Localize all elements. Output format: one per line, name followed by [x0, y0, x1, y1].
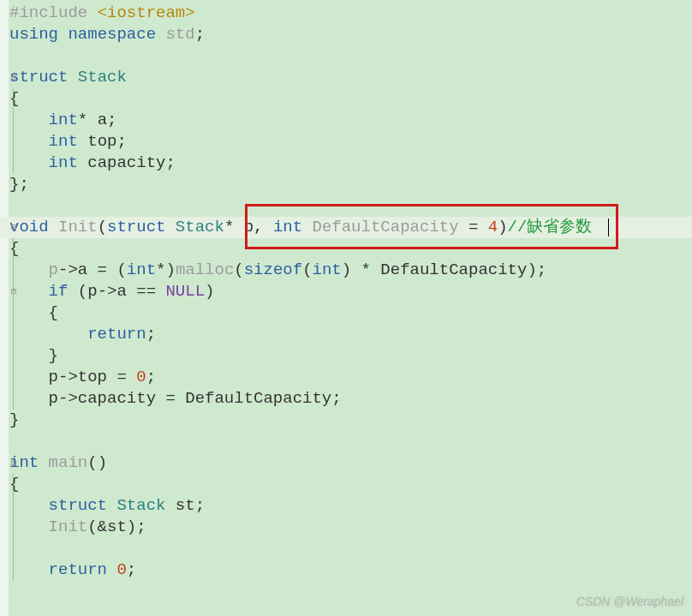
- code-line: p->a = (int*)malloc(sizeof(int) * Defaul…: [9, 260, 692, 281]
- code-line: }: [9, 410, 692, 431]
- code-line: p->capacity = DefaultCapacity;: [9, 388, 692, 410]
- punc: (: [302, 260, 312, 279]
- punc: ): [498, 218, 507, 236]
- code-line: ⊟struct Stack: [9, 67, 692, 88]
- brace: {: [9, 89, 19, 108]
- code-line: return 0;: [9, 559, 692, 581]
- code-line: ⊟void Init(struct Stack* p, int DefaultC…: [9, 217, 692, 238]
- code-line: struct Stack st;: [9, 495, 692, 517]
- blank-line: [9, 45, 692, 67]
- punc: ;: [195, 25, 205, 44]
- fold-icon[interactable]: ⊟: [11, 281, 16, 302]
- text: capacity;: [78, 153, 176, 172]
- kw: return: [49, 560, 107, 579]
- punc: (: [98, 218, 107, 236]
- kw: struct: [9, 68, 68, 87]
- ident: main: [39, 453, 87, 472]
- code-line: }: [9, 345, 692, 367]
- comment: //缺省参数: [508, 218, 593, 236]
- punc: (: [234, 260, 243, 279]
- type: int: [49, 111, 78, 129]
- blank-line: [9, 431, 692, 452]
- text: p->capacity = DefaultCapacity;: [49, 389, 342, 408]
- code-line: int capacity;: [9, 153, 692, 174]
- text: (p->a ==: [68, 282, 165, 301]
- null: NULL: [165, 282, 205, 301]
- brace: {: [9, 239, 19, 258]
- fold-icon[interactable]: ⊟: [11, 67, 16, 88]
- number: 0: [136, 368, 146, 386]
- type: int: [273, 218, 302, 236]
- text: * p,: [224, 218, 273, 236]
- brace: {: [49, 303, 58, 322]
- gutter: [0, 0, 9, 616]
- type: Stack: [176, 218, 224, 236]
- number: 4: [488, 218, 498, 236]
- watermark: CSDN @Weraphael: [576, 591, 683, 613]
- ident: malloc: [176, 260, 234, 279]
- text: ->a = (: [58, 260, 127, 279]
- ident: p: [49, 260, 58, 279]
- number: 0: [116, 560, 126, 579]
- brace: {: [9, 475, 19, 493]
- code-line: {: [9, 474, 692, 495]
- include-path: <iostream>: [98, 3, 195, 22]
- text: p->top =: [49, 368, 137, 386]
- punc: ;: [146, 368, 156, 386]
- text: (&st);: [87, 517, 146, 536]
- kw: struct: [49, 496, 107, 515]
- kw: namespace: [68, 25, 156, 44]
- type: Stack: [107, 496, 165, 515]
- text: *): [156, 260, 176, 279]
- type: int: [127, 260, 156, 279]
- kw: sizeof: [244, 260, 302, 279]
- punc: (): [87, 453, 107, 472]
- code-line: int top;: [9, 131, 692, 153]
- code-line: int* a;: [9, 110, 692, 131]
- type: int: [49, 132, 78, 151]
- ident: std: [165, 25, 194, 44]
- code-line: Init(&st);: [9, 517, 692, 538]
- code-editor: #include <iostream> using namespace std;…: [0, 0, 692, 616]
- blank-line: [9, 195, 692, 217]
- text: * a;: [78, 111, 117, 129]
- kw: if: [49, 282, 69, 301]
- brace: }: [49, 346, 58, 365]
- text: ): [205, 282, 214, 301]
- code-line: {: [9, 88, 692, 110]
- type: int: [313, 260, 342, 279]
- brace: }: [9, 410, 19, 429]
- blank-line: [9, 538, 692, 559]
- text: st;: [165, 496, 205, 515]
- fold-icon[interactable]: ⊟: [11, 452, 16, 474]
- text-caret: [608, 218, 609, 236]
- param: DefaultCapacity: [302, 218, 468, 236]
- fold-icon[interactable]: ⊟: [11, 217, 16, 238]
- code-line: using namespace std;: [9, 24, 692, 45]
- punc: ;: [127, 560, 136, 579]
- text: ) * DefaultCapacity);: [342, 260, 546, 279]
- kw: struct: [107, 218, 165, 236]
- code-line: #include <iostream>: [9, 3, 692, 24]
- code-line: return;: [9, 324, 692, 345]
- preproc: #include: [9, 3, 98, 22]
- type: int: [49, 153, 78, 172]
- ident: Init: [49, 517, 88, 536]
- code-line: {: [9, 238, 692, 260]
- brace: };: [9, 175, 29, 194]
- code-area[interactable]: #include <iostream> using namespace std;…: [0, 0, 692, 581]
- kw: return: [87, 325, 146, 344]
- code-line: ⊟int main(): [9, 452, 692, 474]
- ident: Init: [58, 218, 98, 236]
- code-line: ⊟ if (p->a == NULL): [9, 281, 692, 302]
- type: Stack: [78, 68, 127, 87]
- punc: =: [468, 218, 488, 236]
- kw: using: [9, 25, 58, 44]
- text: top;: [78, 132, 127, 151]
- code-line: p->top = 0;: [9, 367, 692, 388]
- code-line: };: [9, 174, 692, 195]
- code-line: {: [9, 302, 692, 324]
- punc: ;: [146, 325, 156, 344]
